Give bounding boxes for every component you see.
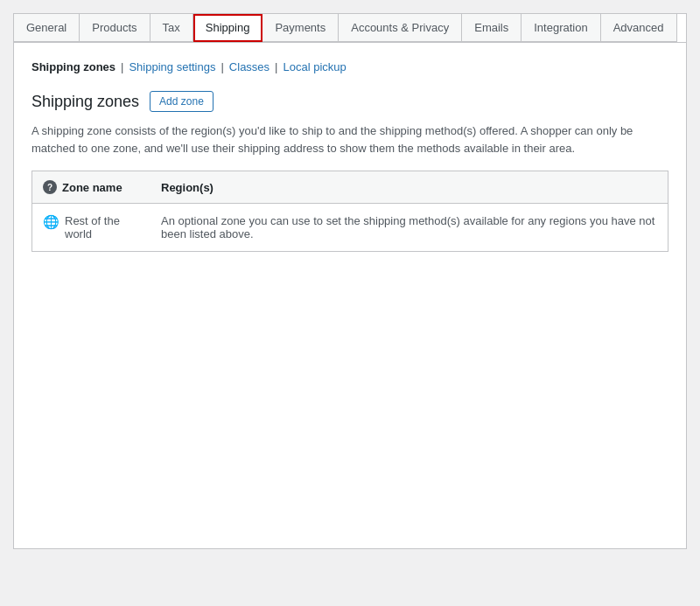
subnav-link-shipping-settings[interactable]: Shipping settings <box>129 60 215 73</box>
tab-advanced[interactable]: Advanced <box>601 14 677 42</box>
subnav-sep-1: | <box>121 60 123 73</box>
region-description-cell: An optional zone you can use to set the … <box>150 204 668 252</box>
tab-shipping[interactable]: Shipping <box>193 14 263 42</box>
tab-products[interactable]: Products <box>80 14 150 42</box>
table-header-row: ? Zone name Region(s) <box>32 171 668 204</box>
subnav-link-local-pickup[interactable]: Local pickup <box>284 60 346 73</box>
subnav-sep-3: | <box>275 60 277 73</box>
tab-tax[interactable]: Tax <box>150 14 193 42</box>
section-header: Shipping zones Add zone <box>32 91 668 112</box>
tabs-bar: General Products Tax Shipping Payments A… <box>13 13 687 42</box>
section-title: Shipping zones <box>32 93 139 111</box>
zone-name-text: Rest of the world <box>65 214 140 240</box>
sub-nav: Shipping zones | Shipping settings | Cla… <box>32 60 668 73</box>
page-wrapper: General Products Tax Shipping Payments A… <box>0 0 700 606</box>
subnav-link-classes[interactable]: Classes <box>229 60 270 73</box>
tab-payments[interactable]: Payments <box>262 14 339 42</box>
content-area: Shipping zones | Shipping settings | Cla… <box>13 42 687 549</box>
tab-accounts-privacy[interactable]: Accounts & Privacy <box>339 14 462 42</box>
zone-name-help-icon[interactable]: ? <box>43 180 57 194</box>
globe-icon: 🌐 <box>43 214 60 230</box>
th-zone-name-label: Zone name <box>62 181 122 194</box>
th-zone-name: ? Zone name <box>32 171 151 204</box>
tab-general[interactable]: General <box>14 14 80 42</box>
tab-integration[interactable]: Integration <box>522 14 600 42</box>
zone-name-cell: 🌐 Rest of the world <box>32 204 151 252</box>
table-row: 🌐 Rest of the world An optional zone you… <box>32 204 668 252</box>
add-zone-button[interactable]: Add zone <box>150 91 214 112</box>
shipping-zones-table: ? Zone name Region(s) 🌐 Rest of the worl… <box>32 171 668 252</box>
subnav-sep-2: | <box>220 60 223 73</box>
section-description: A shipping zone consists of the region(s… <box>32 122 668 157</box>
th-regions: Region(s) <box>150 171 668 204</box>
subnav-current: Shipping zones <box>32 60 116 73</box>
tab-emails[interactable]: Emails <box>462 14 522 42</box>
